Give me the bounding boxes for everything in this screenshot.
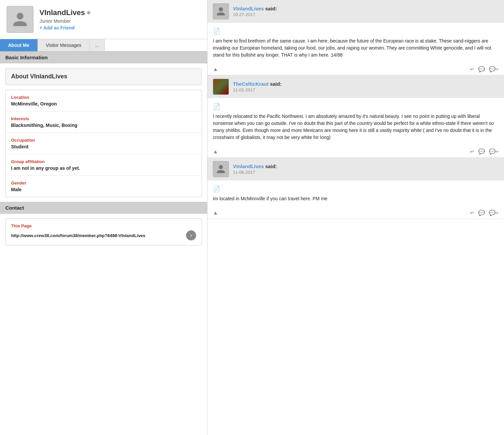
msg-date-1: 10-27-2017 <box>233 12 277 17</box>
reply-button-2[interactable]: ↵ <box>470 148 474 155</box>
profile-role: Junior Member <box>39 18 90 24</box>
gender-value: Male <box>11 187 196 192</box>
quote-button-1[interactable]: 💬 <box>478 66 485 72</box>
author-said-group-2: TheCelticKraut said: <box>233 81 282 87</box>
profile-avatar <box>7 6 33 33</box>
contact-card: This Page http://www.crew38.com/forum38/… <box>5 218 202 245</box>
message-body-3: 📄 Im located in McMinnville if you can t… <box>207 180 504 207</box>
msg-author-1[interactable]: VInlandLives <box>233 6 264 11</box>
msg-text-1: I am here to find brethren of the same c… <box>213 38 499 59</box>
quote-button-3[interactable]: 💬 <box>478 210 485 216</box>
contact-header: Contact <box>0 202 207 214</box>
tab-more[interactable]: ... <box>90 39 105 51</box>
info-card: Location McMinnville, Oregon Interests B… <box>5 90 202 197</box>
flag-icon-2[interactable]: ▲ <box>213 149 218 155</box>
message-header-3: VInlandLives said: 11-06-2017 <box>207 158 504 180</box>
this-page-label: This Page <box>11 223 196 228</box>
msg-said-2: said: <box>270 81 282 87</box>
info-row-location: Location McMinnville, Oregon <box>6 90 201 112</box>
msg-text-3: Im located in McMinnville if you can tra… <box>213 195 499 202</box>
info-row-group: Group affiliation I am not in any group … <box>6 154 201 176</box>
message-footer-1: ▲ ↵ 💬 💬+ <box>207 63 504 75</box>
msg-doc-icon-1: 📄 <box>213 27 499 35</box>
contact-url: http://www.crew38.com/forum38/member.php… <box>11 233 183 238</box>
msg-avatar-1 <box>213 3 229 19</box>
message-header-1: VInlandLives said: 10-27-2017 <box>207 0 504 23</box>
tab-bar: About Me Visitor Messages ... <box>0 39 207 52</box>
msg-said-3: said: <box>265 163 277 169</box>
msg-avatar-3 <box>213 161 229 177</box>
add-friend-link[interactable]: Add as Friend <box>39 25 90 30</box>
quote-button-2[interactable]: 💬 <box>478 148 485 155</box>
occupation-label: Occupation <box>11 138 196 143</box>
msg-actions-2: ↵ 💬 💬+ <box>470 148 499 155</box>
msg-text-2: I recently relocated to the Pacific Nort… <box>213 113 499 141</box>
flag-icon-3[interactable]: ▲ <box>213 210 218 216</box>
message-thread-3: VInlandLives said: 11-06-2017 📄 Im locat… <box>207 158 504 219</box>
username-text: VInlandLives <box>39 8 85 17</box>
info-row-gender: Gender Male <box>6 176 201 197</box>
reply-button-3[interactable]: ↵ <box>470 210 474 216</box>
right-panel: VInlandLives said: 10-27-2017 📄 I am her… <box>207 0 504 435</box>
msg-date-3: 11-06-2017 <box>233 170 277 175</box>
msg-said-1: said: <box>265 6 277 11</box>
multiquote-button-2[interactable]: 💬+ <box>489 148 499 155</box>
about-box: About VInlandLives <box>5 68 202 85</box>
msg-meta-3: VInlandLives said: 11-06-2017 <box>233 163 277 175</box>
message-thread-2: TheCelticKraut said: 11-01-2017 📄 I rece… <box>207 75 504 158</box>
profile-header: VInlandLives Junior Member Add as Friend <box>0 0 207 39</box>
location-label: Location <box>11 95 196 100</box>
info-row-interests: Interests Blacksmithing, Music, Boxing <box>6 112 201 133</box>
flag-icon-1[interactable]: ▲ <box>213 66 218 72</box>
profile-info: VInlandLives Junior Member Add as Friend <box>39 8 90 30</box>
msg-date-2: 11-01-2017 <box>233 87 282 92</box>
msg-actions-1: ↵ 💬 💬+ <box>470 66 499 72</box>
group-value: I am not in any group as of yet. <box>11 165 196 171</box>
about-title: About VInlandLives <box>11 73 67 80</box>
message-header-2: TheCelticKraut said: 11-01-2017 <box>207 75 504 98</box>
interests-label: Interests <box>11 116 196 121</box>
msg-avatar-2 <box>213 79 229 95</box>
multiquote-button-1[interactable]: 💬+ <box>489 66 499 72</box>
contact-url-row: http://www.crew38.com/forum38/member.php… <box>11 230 196 240</box>
message-thread-1: VInlandLives said: 10-27-2017 📄 I am her… <box>207 0 504 75</box>
group-label: Group affiliation <box>11 159 196 164</box>
url-arrow-button[interactable]: › <box>186 230 196 240</box>
tab-visitor-messages[interactable]: Visitor Messages <box>38 39 90 51</box>
tab-about-me[interactable]: About Me <box>0 39 38 51</box>
basic-info-header: Basic Information <box>0 52 207 63</box>
msg-doc-icon-3: 📄 <box>213 185 499 193</box>
msg-actions-3: ↵ 💬 💬+ <box>470 210 499 216</box>
author-said-group-3: VInlandLives said: <box>233 163 277 169</box>
msg-meta-1: VInlandLives said: 10-27-2017 <box>233 6 277 17</box>
message-footer-2: ▲ ↵ 💬 💬+ <box>207 146 504 157</box>
message-footer-3: ▲ ↵ 💬 💬+ <box>207 207 504 219</box>
occupation-value: Student <box>11 144 196 149</box>
gender-label: Gender <box>11 180 196 186</box>
message-body-2: 📄 I recently relocated to the Pacific No… <box>207 98 504 146</box>
msg-author-2[interactable]: TheCelticKraut <box>233 81 269 87</box>
profile-name: VInlandLives <box>39 8 90 17</box>
online-indicator <box>87 11 90 14</box>
info-row-occupation: Occupation Student <box>6 133 201 154</box>
location-value: McMinnville, Oregon <box>11 101 196 106</box>
message-body-1: 📄 I am here to find brethren of the same… <box>207 23 504 63</box>
author-said-group-1: VInlandLives said: <box>233 6 277 11</box>
multiquote-button-3[interactable]: 💬+ <box>489 210 499 216</box>
msg-doc-icon-2: 📄 <box>213 103 499 110</box>
left-panel: VInlandLives Junior Member Add as Friend… <box>0 0 207 435</box>
reply-button-1[interactable]: ↵ <box>470 66 474 72</box>
msg-author-3[interactable]: VInlandLives <box>233 163 264 169</box>
msg-meta-2: TheCelticKraut said: 11-01-2017 <box>233 81 282 92</box>
interests-value: Blacksmithing, Music, Boxing <box>11 123 196 128</box>
